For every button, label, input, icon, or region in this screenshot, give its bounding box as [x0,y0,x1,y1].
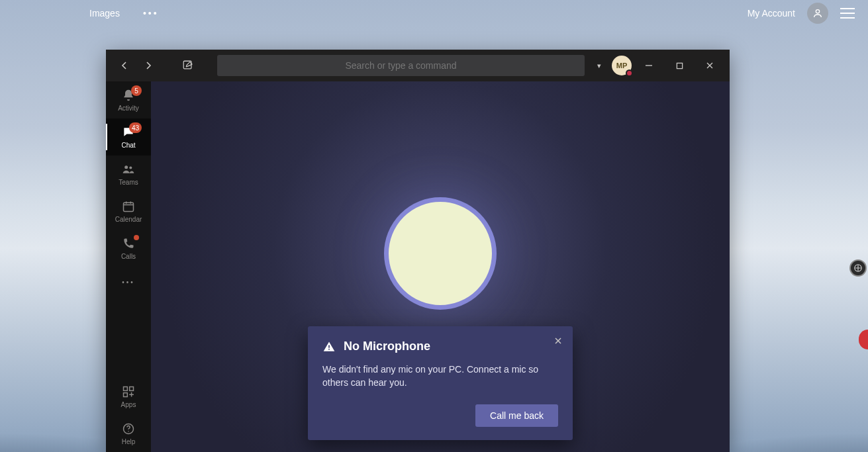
rail-calls[interactable]: Calls [106,230,151,267]
overflow-menu-icon[interactable]: ••• [143,8,159,19]
svg-rect-11 [328,345,330,347]
call-participant-avatar [384,197,497,310]
nav-back-button[interactable] [114,55,135,76]
apps-icon [121,384,136,399]
help-icon [121,422,136,436]
rail-calendar[interactable]: Calendar [106,193,151,230]
svg-rect-7 [130,387,134,391]
rail-help[interactable]: Help [106,415,151,452]
my-account-link[interactable]: My Account [747,8,795,19]
accessibility-fab-icon[interactable] [849,259,867,277]
more-icon: ••• [122,279,135,286]
hamburger-menu-icon[interactable] [840,8,855,19]
command-search[interactable] [217,55,585,76]
rail-teams[interactable]: Teams [106,156,151,193]
svg-rect-2 [677,63,682,68]
window-close-button[interactable] [697,55,723,76]
svg-rect-5 [124,203,134,211]
chevron-down-icon[interactable]: ▾ [591,62,608,70]
warning-icon [322,340,336,353]
rail-badge: 5 [131,85,142,96]
command-search-input[interactable] [217,60,585,71]
svg-point-0 [816,10,819,13]
call-me-back-button[interactable]: Call me back [475,404,558,427]
images-link[interactable]: Images [89,8,120,19]
dialog-title-text: No Microphone [344,339,430,353]
new-message-icon[interactable] [177,55,199,76]
rail-activity[interactable]: Activity 5 [106,81,151,118]
rail-label: Calendar [115,216,142,223]
rail-label: Activity [118,105,139,112]
window-minimize-button[interactable] [636,55,662,76]
rail-label: Apps [121,401,136,408]
no-microphone-dialog: No Microphone We didn't find any mic on … [308,326,573,440]
rail-dot-badge [134,235,139,240]
rail-badge: 43 [129,122,142,133]
svg-point-3 [124,165,128,169]
teams-titlebar: ▾ MP [106,50,730,81]
rail-chat[interactable]: Chat 43 [106,118,151,156]
teams-window: ▾ MP Activity 5 [106,50,730,452]
profile-initials: MP [616,62,628,69]
presence-busy-icon [626,69,633,77]
rail-label: Calls [121,253,136,260]
rail-apps[interactable]: Apps [106,378,151,415]
svg-rect-12 [328,348,330,349]
call-stage: No Microphone We didn't find any mic on … [151,81,730,452]
people-icon [121,162,136,177]
app-rail: Activity 5 Chat 43 Teams Cal [106,81,151,452]
browser-top-bar: Images ••• My Account [0,0,868,26]
nav-forward-button[interactable] [138,55,159,76]
svg-point-4 [129,167,132,169]
dialog-body-text: We didn't find any mic on your PC. Conne… [322,363,558,390]
rail-label: Teams [119,179,138,186]
window-maximize-button[interactable] [666,55,693,76]
calendar-icon [121,199,136,214]
account-avatar-icon[interactable] [807,3,828,24]
svg-point-10 [128,431,129,432]
profile-avatar[interactable]: MP [612,56,632,75]
svg-rect-6 [124,387,128,391]
rail-more[interactable]: ••• [106,267,151,297]
rail-label: Help [122,438,136,445]
svg-rect-8 [124,393,128,397]
rail-label: Chat [121,142,135,149]
dialog-close-button[interactable] [550,333,566,349]
